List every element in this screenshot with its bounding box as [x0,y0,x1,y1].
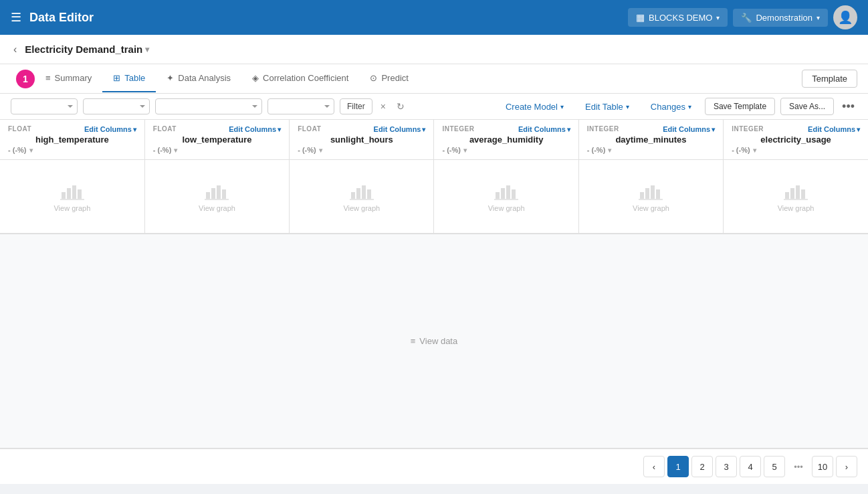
save-as-label: Save As... [789,102,825,111]
edit-col-arrow-low_temperature: ▾ [278,126,281,133]
column-select-3[interactable] [155,98,262,114]
tab-predict-label: Predict [381,73,408,83]
col-stats-arrow-daytime_minutes[interactable]: ▾ [608,147,611,154]
col-stats-value-electricity_usage: - (-%) [732,146,750,154]
dataset-dropdown-arrow[interactable]: ▾ [145,45,149,54]
header-right: ▦ BLOCKS DEMO ▾ 🔧 Demonstration ▾ 👤 [628,5,857,29]
next-page-button[interactable]: › [836,456,857,477]
page-3-button[interactable]: 3 [716,456,737,477]
page-4-button[interactable]: 4 [740,456,761,477]
more-options-button[interactable]: ••• [839,98,857,115]
col-header-average_humidity: INTEGER Edit Columns ▾ average_humidity … [434,120,578,160]
dataset-name-label: Electricity Demand_train [25,44,142,55]
svg-rect-5 [206,192,210,199]
col-stats-arrow-electricity_usage[interactable]: ▾ [753,147,756,154]
column-select-4[interactable] [267,98,334,114]
graph-placeholder-daytime_minutes[interactable]: View graph [579,160,723,233]
tab-correlation[interactable]: ◈ Correlation Coefficient [241,65,359,92]
data-analysis-icon: ✦ [167,73,174,83]
col-header-high_temperature: FLOAT Edit Columns ▾ high_temperature - … [0,120,144,160]
graph-placeholder-low_temperature[interactable]: View graph [145,160,289,233]
edit-columns-high_temperature[interactable]: Edit Columns ▾ [84,125,136,133]
view-data-label: View data [419,336,457,346]
back-button[interactable]: ‹ [11,41,19,58]
demonstration-button[interactable]: 🔧 Demonstration ▾ [733,9,828,27]
blocks-demo-button[interactable]: ▦ BLOCKS DEMO ▾ [628,8,728,27]
edit-columns-low_temperature[interactable]: Edit Columns ▾ [229,125,281,133]
col-stats-arrow-sunlight_hours[interactable]: ▾ [319,147,322,154]
menu-icon[interactable]: ☰ [11,10,21,25]
graph-cell-low_temperature[interactable]: View graph [144,160,289,234]
page-last-button[interactable]: 10 [812,456,833,477]
prev-page-button[interactable]: ‹ [643,456,665,477]
svg-rect-0 [62,192,66,199]
tab-summary[interactable]: ≡ Summary [35,65,102,92]
page-5-button[interactable]: 5 [764,456,785,477]
more-icon: ••• [842,100,855,113]
create-model-label: Create Model [506,102,558,112]
graph-placeholder-high_temperature[interactable]: View graph [0,160,144,233]
create-model-button[interactable]: Create Model ▾ [498,98,572,115]
step-badge: 1 [16,70,35,88]
tab-table[interactable]: ⊞ Table [102,65,156,92]
col-stats-value-sunlight_hours: - (-%) [298,146,316,154]
col-stats-value-daytime_minutes: - (-%) [587,146,606,154]
save-template-label: Save Template [714,102,766,111]
svg-rect-3 [78,189,82,199]
col-stats-arrow-high_temperature[interactable]: ▾ [29,147,33,154]
graph-cell-high_temperature[interactable]: View graph [0,160,144,234]
save-as-button[interactable]: Save As... [780,98,834,115]
select-wrapper-2 [83,98,150,114]
col-type-sunlight_hours: FLOAT [298,125,321,133]
chart-icon-daytime_minutes [639,181,663,200]
page-1-button[interactable]: 1 [667,456,689,477]
edit-columns-average_humidity[interactable]: Edit Columns ▾ [518,125,570,133]
chart-icon-high_temperature [60,181,84,200]
filter-button[interactable]: Filter [340,98,372,114]
tab-predict[interactable]: ⊙ Predict [359,65,419,92]
col-type-average_humidity: INTEGER [442,125,474,133]
col-name-average_humidity: average_humidity [442,135,570,145]
changes-dropdown-icon: ▾ [688,103,691,110]
col-stats-arrow-average_humidity[interactable]: ▾ [463,147,467,154]
col-stats-daytime_minutes: - (-%) ▾ [587,146,715,154]
graph-cell-daytime_minutes[interactable]: View graph [578,160,723,234]
column-select-1[interactable] [11,98,78,114]
graph-placeholder-sunlight_hours[interactable]: View graph [290,160,433,233]
avatar[interactable]: 👤 [833,5,857,29]
graph-placeholder-average_humidity[interactable]: View graph [434,160,578,233]
clear-filter-button[interactable]: × [378,100,389,113]
refresh-button[interactable]: ↻ [394,100,407,113]
col-name-electricity_usage: electricity_usage [732,135,860,145]
correlation-icon: ◈ [252,73,259,83]
template-button[interactable]: Template [802,70,857,88]
view-graph-label-high_temperature: View graph [53,204,90,212]
edit-columns-sunlight_hours[interactable]: Edit Columns ▾ [374,125,426,133]
edit-columns-daytime_minutes[interactable]: Edit Columns ▾ [663,125,715,133]
col-header-top-average_humidity: INTEGER Edit Columns ▾ [442,125,570,133]
col-type-electricity_usage: INTEGER [732,125,764,133]
changes-button[interactable]: Changes ▾ [643,98,699,115]
graph-placeholder-electricity_usage[interactable]: View graph [724,160,868,233]
col-header-top-low_temperature: FLOAT Edit Columns ▾ [153,125,281,133]
view-data-link[interactable]: ≡ View data [411,336,457,346]
tab-data-analysis[interactable]: ✦ Data Analysis [156,65,241,92]
edit-table-button[interactable]: Edit Table ▾ [577,98,637,115]
col-stats-arrow-low_temperature[interactable]: ▾ [174,147,177,154]
graph-cell-average_humidity[interactable]: View graph [434,160,578,234]
table-icon: ⊞ [113,73,120,83]
view-graph-label-average_humidity: View graph [488,204,525,212]
page-2-button[interactable]: 2 [691,456,713,477]
dataset-title: Electricity Demand_train ▾ [25,44,149,55]
graph-cell-sunlight_hours[interactable]: View graph [290,160,434,234]
page-3-label: 3 [724,462,728,472]
graph-cell-electricity_usage[interactable]: View graph [724,160,868,234]
edit-col-arrow-average_humidity: ▾ [567,126,570,133]
page-5-label: 5 [772,462,776,472]
pagination: ‹ 1 2 3 4 5 ••• 10 › [0,448,868,484]
save-template-button[interactable]: Save Template [705,98,775,115]
column-select-2[interactable] [83,98,150,114]
edit-columns-electricity_usage[interactable]: Edit Columns ▾ [808,125,860,133]
svg-rect-1 [67,188,71,199]
tab-data-analysis-label: Data Analysis [178,73,231,83]
